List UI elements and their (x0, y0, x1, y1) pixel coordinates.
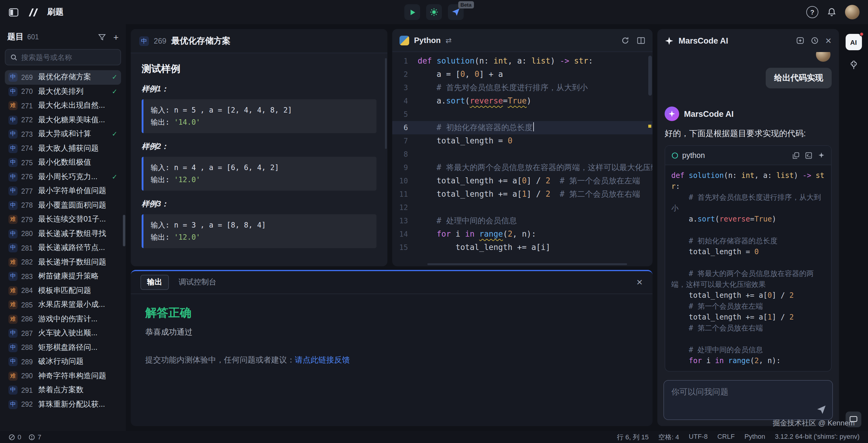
code-line[interactable]: 13 # 处理中间的会员信息 (392, 214, 652, 227)
problem-list-item[interactable]: 中276最小周长巧克力...✓ (5, 170, 121, 184)
problem-list-item[interactable]: 难282最长递增子数组问题 (5, 255, 121, 269)
problem-list-item[interactable]: 中287火车驶入驶出顺... (5, 326, 121, 341)
eol-sequence[interactable]: CRLF (717, 433, 735, 442)
editor-hscrollbar[interactable] (427, 263, 627, 265)
problem-list-item[interactable]: 难285水果店果篮最小成... (5, 298, 121, 312)
submit-button[interactable]: Beta (448, 4, 464, 20)
code-line[interactable]: 7 total_length = 0 (392, 134, 652, 148)
code-line[interactable]: 11 total_length += a[1] / 2 # 第二个会员放在右端 (392, 188, 652, 201)
language-mode[interactable]: Python (745, 433, 766, 442)
marscode-sparkle-icon (664, 36, 674, 45)
code-line[interactable]: 2 a = [0, 0] + a (392, 68, 652, 81)
problem-title: 最小覆盖圆面积问题 (38, 200, 106, 211)
problem-list-item[interactable]: 中283树苗健康提升策略 (5, 269, 121, 284)
run-button[interactable] (404, 4, 420, 20)
problem-list-item[interactable]: 难271最大化未出现自然... (5, 99, 121, 113)
problem-list-item[interactable]: 难284模板串匹配问题 (5, 284, 121, 298)
encoding[interactable]: UTF-8 (689, 433, 708, 442)
extension-icon[interactable] (848, 60, 859, 70)
problem-list-item[interactable]: 中278最小覆盖圆面积问题 (5, 198, 121, 213)
code-line[interactable]: 15 total_length += a[i] (392, 241, 652, 254)
editor-lines[interactable]: 1def solution(n: int, a: list) -> str:2 … (392, 52, 652, 254)
output-header: 输出调试控制台 ✕ (131, 271, 652, 294)
problem-title: 最长递增子数组问题 (38, 257, 106, 267)
cursor-position[interactable]: 行 6, 列 15 (617, 433, 649, 442)
problem-list-item[interactable]: 中277最小字符单价值问题 (5, 184, 121, 198)
problem-list-item[interactable]: 中291禁着点方案数 (5, 383, 121, 397)
output-close-icon[interactable]: ✕ (636, 278, 643, 287)
code-line[interactable]: 5 (392, 108, 652, 121)
split-view-icon[interactable] (637, 36, 645, 44)
debug-button[interactable] (426, 4, 442, 20)
line-number: 4 (392, 94, 417, 108)
sample-input: 输入: n = 4 , a = [6, 6, 4, 2] (151, 162, 369, 174)
language-switch-icon[interactable]: ⇄ (445, 36, 452, 44)
problem-list-item[interactable]: 难290神奇字符串构造问题 (5, 369, 121, 383)
problem-list-item[interactable]: 中281最长递减路径节点... (5, 241, 121, 255)
problem-id: 269 (154, 37, 166, 45)
user-avatar[interactable] (845, 5, 860, 19)
sidebar-toggle-icon[interactable] (8, 7, 19, 17)
ai-sidebar-button[interactable]: AI (845, 34, 862, 50)
problem-id: 278 (21, 202, 34, 209)
problem-title: 最优化存储方案 (171, 35, 230, 46)
reset-code-icon[interactable] (621, 36, 629, 44)
problem-list-item[interactable]: 中292算珠重新分配以获... (5, 397, 121, 412)
problem-list-item[interactable]: 难286游戏中的伤害计... (5, 312, 121, 326)
code-line[interactable]: 9 # 将最大的两个会员信息放在容器的两端，这样可以最大化压缩效果 (392, 161, 652, 174)
feedback-link[interactable]: 请点此链接反馈 (295, 355, 350, 364)
help-icon[interactable]: ? (806, 6, 818, 18)
problem-list-item[interactable]: 中272最大化糖果美味值... (5, 113, 121, 127)
notifications-bell-icon[interactable] (827, 7, 837, 17)
error-icon (8, 434, 15, 440)
apply-magic-icon[interactable] (818, 152, 825, 159)
warnings-indicator[interactable]: 7 (28, 433, 41, 441)
interpreter[interactable]: 3.12.2 64-bit ('shims': pyenv) (775, 433, 860, 442)
difficulty-badge: 中 (8, 244, 18, 253)
code-line[interactable]: 3 # 首先对会员信息长度进行排序，从大到小 (392, 81, 652, 94)
ai-code-card: python def solution(n: int, a: list) - (664, 145, 832, 372)
problem-scrollbar[interactable] (385, 58, 387, 149)
insert-code-icon[interactable] (805, 152, 812, 159)
copy-code-icon[interactable] (792, 152, 800, 159)
code-line[interactable]: 12 (392, 201, 652, 214)
problem-list-item[interactable]: 中269最优化存储方案✓ (5, 70, 121, 85)
ai-close-icon[interactable]: ✕ (825, 36, 832, 45)
problem-list-item[interactable]: 中280最长递减子数组寻找 (5, 227, 121, 241)
ai-input-box[interactable] (663, 380, 833, 420)
editor-scrollbar[interactable] (648, 56, 652, 96)
ai-input[interactable] (671, 387, 825, 409)
sidebar-scrollbar[interactable] (123, 215, 125, 246)
problem-list-item[interactable]: 难279最长连续交替01子... (5, 213, 121, 227)
code-line[interactable]: 10 total_length += a[0] / 2 # 第一个会员放在左端 (392, 174, 652, 188)
send-icon[interactable] (816, 405, 826, 415)
problem-title: 最小化数组极值 (38, 158, 91, 168)
problem-list-item[interactable]: 中274最大敌人捕获问题 (5, 141, 121, 156)
overview-ruler-mark (648, 125, 651, 128)
problem-list-item[interactable]: 中270最大优美排列✓ (5, 85, 121, 99)
history-icon[interactable] (810, 36, 819, 45)
code-line[interactable]: 1def solution(n: int, a: list) -> str: (392, 55, 652, 68)
search-input[interactable] (21, 53, 116, 61)
editor-language-label[interactable]: Python (414, 36, 441, 45)
problem-list-item[interactable]: 中275最小化数组极值 (5, 156, 121, 170)
add-icon[interactable]: + (113, 32, 119, 41)
errors-indicator[interactable]: 0 (8, 433, 21, 441)
search-box[interactable] (5, 49, 121, 65)
indentation[interactable]: 空格: 4 (658, 433, 679, 442)
problem-id: 282 (21, 259, 34, 266)
code-line[interactable]: 8 (392, 148, 652, 161)
problem-list-item[interactable]: 中289破冰行动问题 (5, 355, 121, 369)
output-tab[interactable]: 输出 (141, 275, 169, 290)
code-line[interactable]: 6 # 初始化存储容器的总长度 (392, 121, 652, 134)
problem-title: 最大异或和计算 (38, 129, 91, 139)
filter-icon[interactable] (98, 33, 106, 41)
problem-list-item[interactable]: 中273最大异或和计算✓ (5, 127, 121, 141)
output-tab[interactable]: 调试控制台 (179, 277, 216, 287)
new-chat-icon[interactable] (796, 36, 804, 45)
difficulty-badge: 中 (8, 73, 18, 82)
code-line[interactable]: 4 a.sort(reverse=True) (392, 94, 652, 108)
code-line[interactable]: 14 for i in range(2, n): (392, 227, 652, 241)
problem-title: 最长递减子数组寻找 (38, 229, 106, 239)
problem-list-item[interactable]: 中288矩形棋盘路径问... (5, 341, 121, 355)
